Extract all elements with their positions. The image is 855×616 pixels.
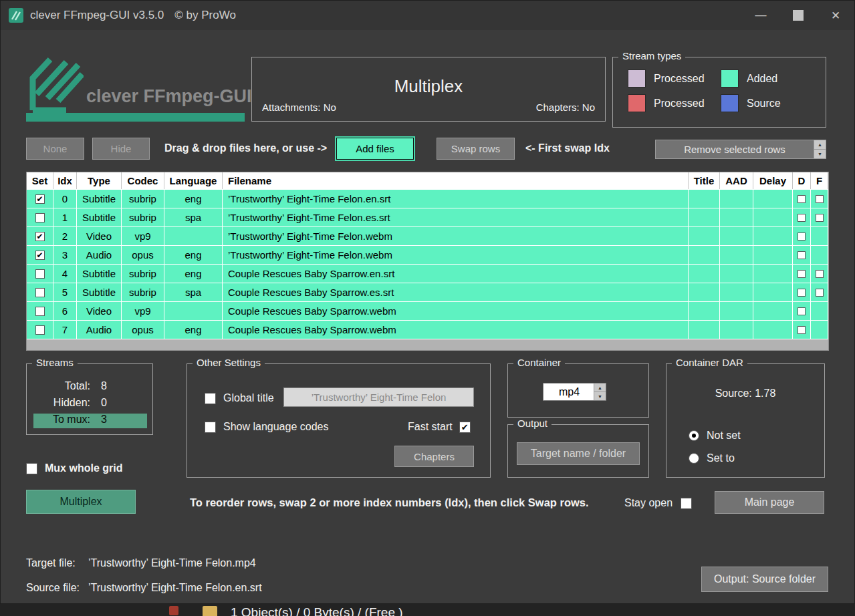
- hide-button[interactable]: Hide: [92, 138, 150, 160]
- container-format-spinner[interactable]: mp4 ▲ ▼: [543, 383, 606, 401]
- minimize-button[interactable]: —: [742, 1, 779, 30]
- mux-whole-grid-checkbox[interactable]: [26, 463, 37, 474]
- remove-selected-rows-button[interactable]: Remove selected rows ▲ ▼: [655, 140, 826, 159]
- streams-hidden-row: Hidden: 0: [33, 397, 147, 412]
- background-window-strip: 1 Object(s) / 0 Byte(s) / (Free ): [0, 604, 855, 616]
- codec-cell: vp9: [122, 302, 164, 320]
- output-source-folder-button[interactable]: Output: Source folder: [701, 567, 828, 592]
- title-cell: [689, 321, 720, 339]
- set-checkbox[interactable]: [35, 288, 45, 297]
- column-header-codec[interactable]: Codec: [122, 172, 164, 189]
- app-logo-mark: [26, 55, 84, 113]
- set-checkbox[interactable]: ✔: [35, 232, 45, 241]
- column-header-idx[interactable]: Idx: [53, 172, 77, 189]
- type-cell: Subtitle: [77, 265, 122, 283]
- language-cell: [164, 227, 223, 245]
- filename-cell: ’Trustworthy’ Eight-Time Felon.webm: [223, 246, 689, 264]
- maximize-button[interactable]: [779, 1, 817, 30]
- mux-whole-grid-label: Mux whole grid: [45, 462, 122, 474]
- d-checkbox[interactable]: [798, 270, 806, 278]
- attachments-status: Attachments: No: [262, 102, 336, 113]
- column-header-title[interactable]: Title: [689, 172, 720, 189]
- language-cell: eng: [164, 321, 223, 339]
- spinner-down-icon[interactable]: ▼: [814, 150, 826, 158]
- table-row[interactable]: 4SubtitlesubripengCouple Rescues Baby Sp…: [27, 264, 828, 283]
- f-checkbox[interactable]: [816, 270, 824, 278]
- not-set-radio[interactable]: [689, 430, 699, 441]
- aad-cell: [720, 208, 753, 226]
- title-cell: [689, 190, 720, 208]
- column-header-f[interactable]: F: [811, 172, 828, 189]
- delay-cell: [753, 208, 793, 226]
- main-page-button[interactable]: Main page: [715, 491, 824, 514]
- remove-rows-label: Remove selected rows: [684, 144, 785, 155]
- legend-item-added: Added: [721, 69, 814, 88]
- column-header-d[interactable]: D: [793, 172, 811, 189]
- table-row[interactable]: ✔2Videovp9’Trustworthy’ Eight-Time Felon…: [27, 226, 828, 245]
- f-checkbox[interactable]: [816, 289, 824, 297]
- set-checkbox[interactable]: ✔: [35, 251, 45, 260]
- table-row[interactable]: 6Videovp9Couple Rescues Baby Sparrow.web…: [27, 301, 828, 320]
- d-checkbox[interactable]: [798, 233, 806, 241]
- stay-open-checkbox[interactable]: [681, 498, 692, 509]
- idx-cell: 2: [53, 227, 77, 245]
- chapters-button[interactable]: Chapters: [394, 446, 474, 467]
- swap-rows-button[interactable]: Swap rows: [437, 138, 515, 160]
- column-header-set[interactable]: Set: [27, 172, 53, 189]
- chapters-status: Chapters: No: [536, 102, 595, 113]
- set-to-radio[interactable]: [689, 453, 699, 464]
- column-header-language[interactable]: Language: [164, 172, 223, 189]
- global-title-checkbox[interactable]: [205, 393, 216, 404]
- set-checkbox[interactable]: [35, 307, 45, 316]
- d-checkbox[interactable]: [798, 251, 806, 259]
- streams-group: Streams Total: 8 Hidden: 0 To mux: 3: [26, 363, 153, 435]
- language-cell: [164, 302, 223, 320]
- filename-cell: ’Trustworthy’ Eight-Time Felon.webm: [223, 227, 689, 245]
- stream-types-grid: Processed Added Processed Source: [628, 69, 814, 112]
- set-checkbox[interactable]: ✔: [35, 194, 45, 204]
- none-button[interactable]: None: [26, 138, 84, 160]
- f-checkbox[interactable]: [816, 214, 824, 222]
- stream-grid: Set Idx Type Codec Language Filename Tit…: [26, 172, 829, 351]
- add-files-button[interactable]: Add files: [336, 138, 414, 160]
- d-checkbox[interactable]: [798, 326, 806, 334]
- column-header-delay[interactable]: Delay: [753, 172, 793, 189]
- delay-cell: [753, 321, 793, 339]
- legend-item-source: Source: [721, 94, 814, 112]
- spinner-up-icon[interactable]: ▲: [814, 140, 826, 150]
- fast-start-checkbox[interactable]: ✔: [459, 422, 471, 433]
- set-checkbox[interactable]: [35, 213, 45, 222]
- table-row[interactable]: ✔3Audioopuseng’Trustworthy’ Eight-Time F…: [27, 245, 828, 264]
- app-logo-icon: [9, 8, 23, 23]
- delay-cell: [753, 302, 793, 320]
- close-button[interactable]: ✕: [817, 1, 854, 30]
- title-cell: [689, 227, 720, 245]
- table-row[interactable]: 5SubtitlesubripspaCouple Rescues Baby Sp…: [27, 283, 828, 301]
- column-header-type[interactable]: Type: [77, 172, 122, 189]
- d-checkbox[interactable]: [798, 195, 806, 203]
- d-checkbox[interactable]: [798, 289, 806, 297]
- set-checkbox[interactable]: [35, 325, 45, 335]
- show-language-codes-checkbox[interactable]: [205, 422, 216, 433]
- idx-cell: 0: [53, 190, 77, 208]
- hidden-value: 0: [101, 397, 107, 412]
- multiplex-button[interactable]: Multiplex: [26, 490, 136, 514]
- target-name-folder-button[interactable]: Target name / folder: [517, 442, 640, 465]
- spinner-down-icon[interactable]: ▼: [594, 392, 606, 400]
- table-row[interactable]: 1Subtitlesubripspa’Trustworthy’ Eight-Ti…: [27, 208, 828, 226]
- container-spinner: ▲ ▼: [594, 383, 606, 400]
- set-cell: [27, 302, 53, 320]
- type-cell: Subtitle: [77, 208, 122, 226]
- idx-cell: 1: [53, 208, 77, 226]
- codec-cell: subrip: [122, 190, 164, 208]
- d-checkbox[interactable]: [798, 307, 806, 315]
- table-row[interactable]: 7AudioopusengCouple Rescues Baby Sparrow…: [27, 320, 828, 339]
- f-checkbox[interactable]: [816, 195, 824, 203]
- table-row[interactable]: ✔0Subtitlesubripeng’Trustworthy’ Eight-T…: [27, 189, 828, 208]
- column-header-filename[interactable]: Filename: [223, 172, 689, 189]
- set-checkbox[interactable]: [35, 269, 45, 279]
- column-header-aad[interactable]: AAD: [720, 172, 753, 189]
- d-checkbox[interactable]: [798, 214, 806, 222]
- spinner-up-icon[interactable]: ▲: [594, 383, 606, 392]
- global-title-input[interactable]: ’Trustworthy’ Eight-Time Felon: [283, 388, 474, 407]
